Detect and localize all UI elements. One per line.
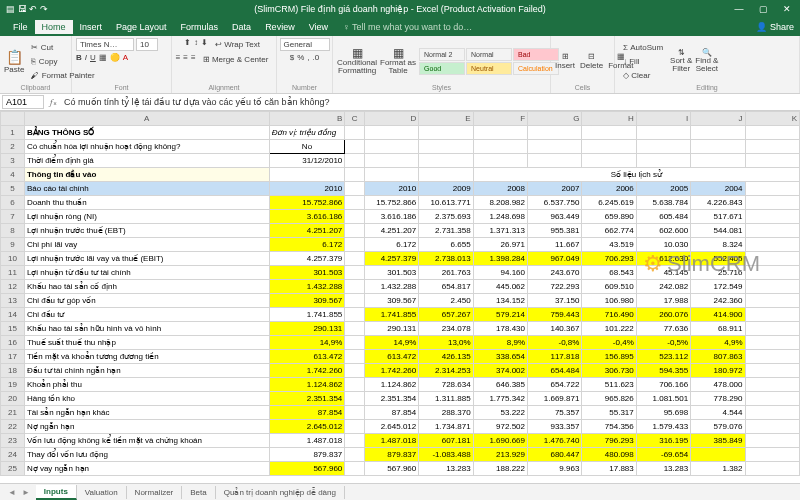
cell[interactable]: 316.195 xyxy=(636,434,690,448)
cell[interactable]: Nợ ngắn hạn xyxy=(24,420,269,434)
cell[interactable] xyxy=(364,140,418,154)
cell[interactable]: 567.960 xyxy=(269,462,345,476)
format-table-button[interactable]: ▦Format as Table xyxy=(380,47,416,75)
cell[interactable]: 3.616.186 xyxy=(269,210,345,224)
cell[interactable]: 523.112 xyxy=(636,350,690,364)
cell[interactable]: Đầu tư tài chính ngắn hạn xyxy=(24,364,269,378)
cell[interactable]: 594.355 xyxy=(636,364,690,378)
ribbon-tab-page-layout[interactable]: Page Layout xyxy=(109,20,174,34)
cell[interactable]: BẢNG THÔNG SỐ xyxy=(24,126,269,140)
cell[interactable]: 4,9% xyxy=(691,336,745,350)
cell[interactable] xyxy=(528,154,582,168)
cell[interactable]: 654.722 xyxy=(528,378,582,392)
cell[interactable]: 306.730 xyxy=(582,364,636,378)
qat[interactable]: ▤ 🖫 ↶ ↷ xyxy=(6,4,48,14)
fill-color-button[interactable]: 🟡 xyxy=(110,53,120,62)
cell[interactable]: -69.654 xyxy=(636,448,690,462)
cell[interactable]: 11.667 xyxy=(528,238,582,252)
cell[interactable]: 722.293 xyxy=(528,280,582,294)
cell[interactable]: 1.690.669 xyxy=(473,434,527,448)
cell[interactable]: 25.716 xyxy=(691,266,745,280)
cell[interactable]: 95.698 xyxy=(636,406,690,420)
cell[interactable] xyxy=(745,280,799,294)
row-header[interactable]: 22 xyxy=(1,420,25,434)
cell[interactable]: 1.371.313 xyxy=(473,224,527,238)
cell[interactable] xyxy=(364,154,418,168)
cell[interactable]: 242.360 xyxy=(691,294,745,308)
decimal-inc-button[interactable]: .0 xyxy=(313,53,320,62)
cell[interactable]: 654.484 xyxy=(528,364,582,378)
cell[interactable] xyxy=(345,392,365,406)
cell[interactable]: 612.630 xyxy=(636,252,690,266)
cell[interactable]: 1.476.740 xyxy=(528,434,582,448)
align-mid-button[interactable]: ↕ xyxy=(194,38,198,51)
percent-button[interactable]: % xyxy=(297,53,304,62)
number-format-select[interactable]: General xyxy=(280,38,330,51)
cell[interactable]: 385.849 xyxy=(691,434,745,448)
cell[interactable]: 1.487.018 xyxy=(269,434,345,448)
cell[interactable]: 2.731.358 xyxy=(419,224,473,238)
cell[interactable] xyxy=(745,322,799,336)
cell[interactable]: 53.222 xyxy=(473,406,527,420)
style-normal[interactable]: Normal xyxy=(466,48,512,61)
cell[interactable] xyxy=(345,336,365,350)
cell[interactable]: 178.430 xyxy=(473,322,527,336)
cell[interactable]: 2008 xyxy=(473,182,527,196)
minimize-button[interactable]: ― xyxy=(732,4,746,14)
cell[interactable]: 716.490 xyxy=(582,308,636,322)
cell[interactable]: 478.000 xyxy=(691,378,745,392)
cell[interactable]: 778.290 xyxy=(691,392,745,406)
col-header[interactable]: G xyxy=(528,112,582,126)
cell[interactable]: 1.311.885 xyxy=(419,392,473,406)
cell[interactable]: 10.613.771 xyxy=(419,196,473,210)
col-header[interactable]: D xyxy=(364,112,418,126)
cell[interactable]: 94.160 xyxy=(473,266,527,280)
cell[interactable]: -0,5% xyxy=(636,336,690,350)
cell[interactable]: 2007 xyxy=(528,182,582,196)
cell[interactable]: 68.911 xyxy=(691,322,745,336)
cell[interactable]: 1.741.855 xyxy=(364,308,418,322)
cell[interactable]: 75.357 xyxy=(528,406,582,420)
cell[interactable] xyxy=(345,350,365,364)
cell[interactable] xyxy=(345,280,365,294)
cell[interactable]: 728.634 xyxy=(419,378,473,392)
cell[interactable]: 6.655 xyxy=(419,238,473,252)
cell[interactable] xyxy=(269,168,345,182)
cell[interactable]: 234.078 xyxy=(419,322,473,336)
fill-button[interactable]: ↓ Fill xyxy=(619,55,667,68)
cell[interactable]: 1.487.018 xyxy=(364,434,418,448)
cell[interactable]: 607.181 xyxy=(419,434,473,448)
cell[interactable] xyxy=(345,126,365,140)
row-header[interactable]: 14 xyxy=(1,308,25,322)
cell[interactable]: -0,4% xyxy=(582,336,636,350)
cell[interactable]: 2005 xyxy=(636,182,690,196)
cell[interactable]: 140.367 xyxy=(528,322,582,336)
ribbon-tab-review[interactable]: Review xyxy=(258,20,302,34)
conditional-formatting-button[interactable]: ▦Conditional Formatting xyxy=(337,47,377,75)
cell[interactable] xyxy=(345,252,365,266)
col-header[interactable] xyxy=(1,112,25,126)
border-button[interactable]: ▦ xyxy=(99,53,107,62)
italic-button[interactable]: I xyxy=(85,53,87,62)
cell[interactable]: 1.398.284 xyxy=(473,252,527,266)
cell[interactable] xyxy=(345,378,365,392)
cell[interactable] xyxy=(582,140,636,154)
cell[interactable]: 1.248.698 xyxy=(473,210,527,224)
col-header[interactable]: J xyxy=(691,112,745,126)
cell[interactable] xyxy=(345,294,365,308)
cell[interactable] xyxy=(345,406,365,420)
cell[interactable]: 807.863 xyxy=(691,350,745,364)
cell[interactable]: 2004 xyxy=(691,182,745,196)
row-header[interactable]: 25 xyxy=(1,462,25,476)
cell[interactable]: 13.283 xyxy=(419,462,473,476)
cell[interactable] xyxy=(691,126,745,140)
cell[interactable]: 87.854 xyxy=(364,406,418,420)
cell[interactable]: 1.432.288 xyxy=(364,280,418,294)
cell[interactable]: 5.638.784 xyxy=(636,196,690,210)
cell[interactable] xyxy=(364,168,418,182)
cell[interactable] xyxy=(345,462,365,476)
cell[interactable] xyxy=(691,140,745,154)
cell[interactable]: Lợi nhuận trước thuế (EBT) xyxy=(24,224,269,238)
cell[interactable] xyxy=(691,448,745,462)
cell[interactable]: 180.972 xyxy=(691,364,745,378)
